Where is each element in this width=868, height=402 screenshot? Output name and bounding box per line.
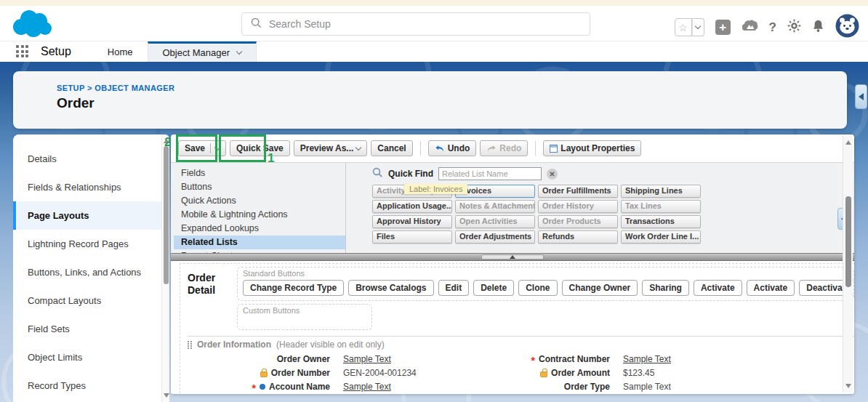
layout-button[interactable]: Clone	[518, 280, 557, 296]
undo-button[interactable]: Undo	[428, 140, 477, 156]
palette-item[interactable]: Order Adjustments	[455, 230, 535, 244]
sidebar-item-fields-relationships[interactable]: Fields & Relationships	[13, 173, 161, 201]
preview-as-dropdown-icon	[355, 144, 361, 150]
field-label[interactable]: Order Owner	[188, 354, 333, 364]
category-buttons[interactable]: Buttons	[174, 180, 345, 194]
notifications-bell-icon[interactable]	[812, 20, 824, 36]
avatar[interactable]	[835, 14, 859, 41]
palette-item[interactable]: Application Usage...	[372, 200, 452, 213]
palette-item[interactable]: Refunds	[538, 230, 618, 244]
field-label[interactable]: Order Amount	[507, 368, 613, 378]
favorite-star-icon[interactable]: ☆	[675, 18, 692, 36]
category-related-lists[interactable]: Related Lists	[174, 236, 345, 249]
sidebar-item-buttons-links-actions[interactable]: Buttons, Links, and Actions	[13, 258, 161, 286]
favorites-dropdown-icon[interactable]	[692, 18, 704, 36]
page-header-card: SETUP > OBJECT MANAGER Order	[13, 71, 847, 129]
clear-icon[interactable]: ✕	[547, 169, 558, 180]
layout-button[interactable]: Edit	[438, 280, 470, 296]
sidebar-item-object-limits[interactable]: Object Limits	[13, 343, 161, 371]
sidebar-scrollbar-thumb[interactable]	[164, 146, 169, 284]
scroll-down-icon[interactable]	[845, 384, 851, 388]
hover-tooltip: Label: Invoices	[404, 184, 467, 194]
palette-item: Open Activities	[455, 215, 535, 228]
layout-button[interactable]: Change Owner	[562, 280, 638, 296]
field-label[interactable]: *Account Name	[188, 382, 333, 392]
palette-item[interactable]: Work Order Line I...	[621, 230, 701, 244]
palette-item[interactable]: Shipping Lines	[621, 185, 701, 198]
splitter-handle-icon[interactable]	[481, 254, 544, 260]
cancel-button[interactable]: Cancel	[371, 140, 412, 156]
sidebar-item-compact-layouts[interactable]: Compact Layouts	[13, 286, 161, 315]
undo-icon	[435, 145, 445, 153]
preview-as-label: Preview As...	[300, 143, 354, 153]
field-value: $123.45	[613, 368, 854, 378]
editor-scrollbar[interactable]	[843, 136, 853, 393]
global-search-input[interactable]	[269, 18, 560, 30]
sidebar-item-lightning-record-pages[interactable]: Lightning Record Pages	[13, 230, 161, 258]
chevron-down-icon	[236, 49, 242, 55]
layout-properties-label: Layout Properties	[560, 143, 635, 153]
sidebar-item-details[interactable]: Details	[13, 145, 161, 173]
undo-label: Undo	[448, 143, 470, 153]
layout-button[interactable]: Delete	[473, 280, 514, 296]
tab-home[interactable]: Home	[93, 41, 148, 62]
section-name: Order Detail	[188, 267, 227, 301]
scroll-down-icon[interactable]	[164, 393, 169, 398]
field-label[interactable]: Order Type	[507, 382, 613, 392]
order-information-header[interactable]: Order Information (Header visible on edi…	[188, 339, 854, 350]
palette-item[interactable]: Order Fulfillments	[538, 185, 618, 198]
salesforce-logo-icon[interactable]	[12, 9, 54, 41]
palette-item[interactable]: Approval History	[372, 215, 452, 228]
palette-item-area: Quick Find ✕ Activity History Invoices O…	[345, 163, 854, 253]
detail-section: Order Detail Standard Buttons Change Rec…	[180, 263, 854, 393]
breadcrumb[interactable]: SETUP > OBJECT MANAGER	[57, 84, 847, 92]
palette-item[interactable]: Transactions	[621, 215, 701, 228]
drag-handle-icon[interactable]	[188, 341, 192, 349]
category-quick-actions[interactable]: Quick Actions	[174, 194, 345, 208]
redo-button[interactable]: Redo	[480, 140, 528, 156]
search-icon	[251, 17, 262, 31]
category-expanded-lookups[interactable]: Expanded Lookups	[174, 222, 345, 236]
app-launcher-icon[interactable]	[16, 45, 29, 58]
lock-icon	[540, 371, 547, 377]
palette-item: Tax Lines	[621, 200, 701, 213]
field-value: Sample Text	[333, 382, 507, 392]
info-section-title: Order Information	[197, 339, 271, 350]
layout-button[interactable]: Activate	[747, 280, 795, 296]
setup-gear-icon[interactable]	[787, 19, 801, 36]
standard-buttons-zone: Standard Buttons Change Record Type Brow…	[237, 267, 854, 301]
palette-splitter[interactable]	[171, 253, 854, 261]
collapse-panel-toggle-top[interactable]	[855, 84, 867, 109]
layout-button[interactable]: Change Record Type	[243, 280, 344, 296]
section-divider	[188, 336, 854, 337]
salesforce-setup-screen: ☆ + ? Setup Home Object Manager	[0, 0, 868, 402]
preview-as-button[interactable]: Preview As...	[294, 140, 368, 156]
editor-scrollbar-thumb[interactable]	[845, 196, 851, 287]
help-icon[interactable]: ?	[769, 20, 776, 35]
global-add-icon[interactable]: +	[715, 20, 731, 35]
sidebar-item-page-layouts[interactable]: Page Layouts	[13, 201, 161, 230]
layout-properties-button[interactable]: Layout Properties	[543, 140, 641, 156]
sidebar-item-field-sets[interactable]: Field Sets	[13, 315, 161, 343]
quick-find-input[interactable]	[438, 167, 542, 180]
global-search[interactable]	[241, 12, 590, 36]
palette-item[interactable]: Files	[372, 230, 452, 244]
favorites-control[interactable]: ☆	[675, 18, 704, 36]
sidebar-scrollbar[interactable]	[161, 134, 169, 402]
category-mobile-lightning-actions[interactable]: Mobile & Lightning Actions	[174, 208, 345, 222]
sidebar-item-record-types[interactable]: Record Types	[13, 371, 161, 400]
custom-buttons-zone: Custom Buttons	[237, 304, 372, 330]
category-fields[interactable]: Fields	[174, 166, 345, 180]
field-label[interactable]: Order Number	[188, 368, 333, 378]
palette-item: Order Products	[538, 215, 618, 228]
tab-object-manager[interactable]: Object Manager	[148, 41, 257, 62]
field-label[interactable]: *Contract Number	[507, 354, 613, 364]
quick-find-search-icon	[372, 167, 383, 181]
layout-button[interactable]: Browse Catalogs	[348, 280, 433, 296]
page-layout-editor: Save Quick Save Preview As... Cancel Und…	[171, 134, 854, 394]
scroll-up-icon[interactable]	[845, 140, 851, 145]
guidance-center-icon[interactable]	[742, 19, 758, 36]
quick-find-bar: Quick Find ✕	[372, 166, 854, 182]
layout-button[interactable]: Sharing	[642, 280, 689, 296]
layout-button[interactable]: Activate	[694, 280, 742, 296]
